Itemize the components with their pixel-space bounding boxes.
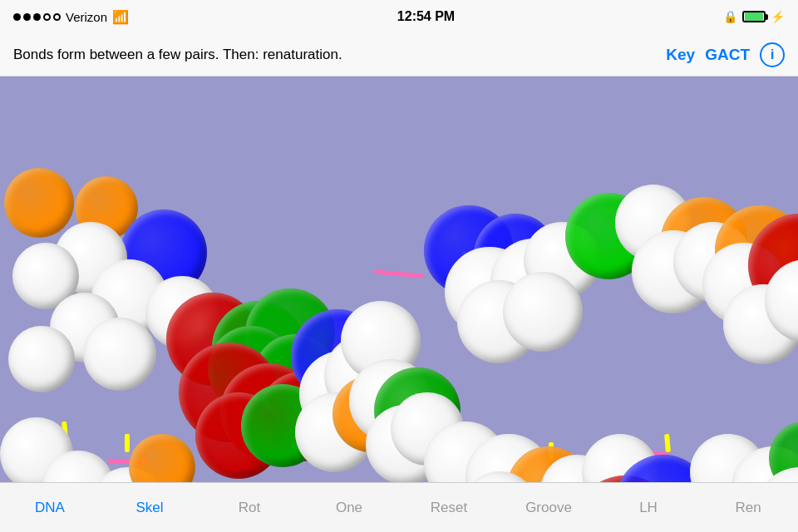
status-left: Verizon 📶: [13, 9, 129, 25]
gact-button[interactable]: GACT: [705, 46, 750, 64]
molecule-sphere-14: [129, 434, 195, 482]
toolbar-btn-dna[interactable]: DNA: [0, 493, 100, 523]
signal-dot-5: [53, 13, 61, 21]
toolbar-btn-one[interactable]: One: [299, 493, 399, 523]
key-button[interactable]: Key: [666, 46, 695, 64]
toolbar-btn-reset[interactable]: Reset: [399, 493, 499, 523]
toolbar-btn-ren[interactable]: Ren: [698, 493, 798, 523]
battery-fill: [745, 12, 763, 21]
connector-pink-3: [374, 269, 424, 278]
charging-icon: ⚡: [771, 10, 785, 23]
molecule-sphere-0: [4, 168, 74, 238]
toolbar-btn-skel[interactable]: Skel: [100, 493, 200, 523]
status-right: 🔒 ⚡: [723, 10, 785, 23]
toolbar-btn-rot[interactable]: Rot: [200, 493, 299, 523]
signal-dot-2: [23, 13, 31, 21]
connector-yellow-11: [664, 434, 671, 452]
molecule-sphere-9: [83, 318, 156, 391]
info-button[interactable]: i: [760, 42, 785, 67]
status-bar: Verizon 📶 12:54 PM 🔒 ⚡: [0, 0, 798, 33]
connector-yellow-8: [125, 434, 130, 452]
toolbar: DNASkelRotOneResetGrooveLHRen: [0, 482, 798, 532]
dna-visualization: [0, 76, 798, 482]
molecule-sphere-41: [503, 272, 583, 352]
battery-indicator: [742, 11, 766, 22]
molecule-sphere-8: [8, 326, 75, 392]
signal-dot-3: [33, 13, 41, 21]
signal-dot-4: [43, 13, 51, 21]
clock: 12:54 PM: [397, 9, 455, 24]
info-bar: Bonds form between a few pairs. Then: re…: [0, 33, 798, 76]
carrier-label: Verizon: [66, 10, 107, 24]
info-text: Bonds form between a few pairs. Then: re…: [13, 47, 656, 63]
battery-body: [742, 11, 766, 22]
lock-icon: 🔒: [723, 10, 737, 23]
toolbar-btn-groove[interactable]: Groove: [499, 493, 598, 523]
wifi-icon: 📶: [112, 9, 129, 25]
toolbar-btn-lh[interactable]: LH: [598, 493, 698, 523]
signal-indicator: [13, 13, 61, 21]
signal-dot-1: [13, 13, 21, 21]
